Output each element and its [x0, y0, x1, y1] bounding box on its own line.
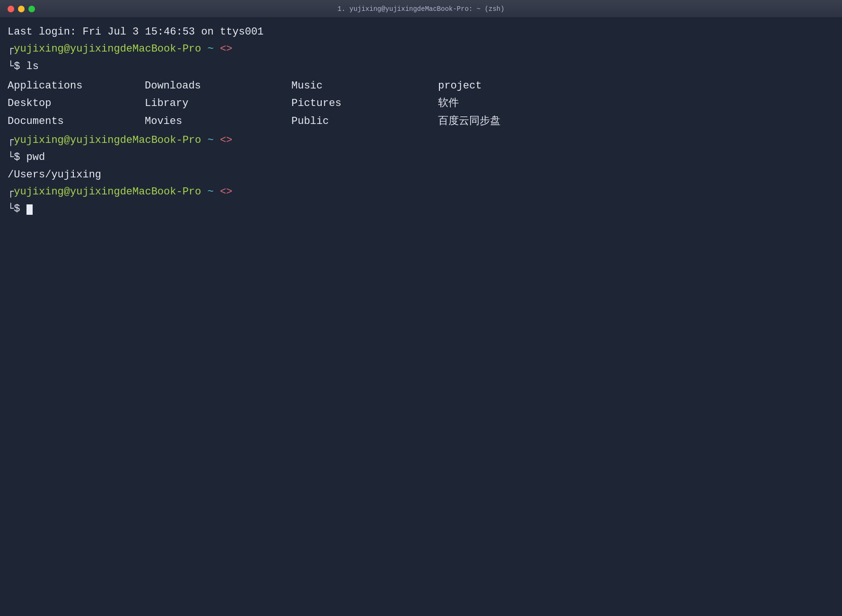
prompt-top-connector-3: ┌	[8, 186, 14, 198]
cursor	[26, 204, 33, 215]
prompt-space-1	[214, 43, 220, 55]
ls-col-2: Downloads Library Movies	[145, 77, 291, 130]
prompt-user-1: yujixing@yujixingdeMacBook-Pro	[14, 43, 201, 55]
ls-item-baidu: 百度云同步盘	[438, 113, 834, 130]
terminal-window: 1. yujixing@yujixingdeMacBook-Pro: ~ (zs…	[0, 0, 842, 616]
prompt-line-1: ┌yujixing@yujixingdeMacBook-Pro ~ <>	[8, 41, 834, 58]
ls-col-4: project 软件 百度云同步盘	[438, 77, 834, 130]
ls-col-3: Music Pictures Public	[291, 77, 438, 130]
cmd-ls-line: └$ ls	[8, 58, 834, 75]
terminal-content[interactable]: Last login: Fri Jul 3 15:46:53 on ttys00…	[0, 18, 842, 616]
prompt-user-2: yujixing@yujixingdeMacBook-Pro	[14, 134, 201, 146]
ls-item-music: Music	[291, 77, 438, 95]
prompt-sep-1	[201, 43, 207, 55]
close-button[interactable]	[8, 6, 14, 12]
prompt-bottom-connector-3: └$	[8, 203, 26, 215]
cmd-pwd: pwd	[26, 151, 45, 163]
window-title: 1. yujixing@yujixingdeMacBook-Pro: ~ (zs…	[338, 5, 505, 13]
minimize-button[interactable]	[18, 6, 25, 12]
prompt-tilde-2: ~	[207, 134, 213, 146]
last-login-line: Last login: Fri Jul 3 15:46:53 on ttys00…	[8, 24, 834, 41]
prompt-line-2: ┌yujixing@yujixingdeMacBook-Pro ~ <>	[8, 132, 834, 149]
prompt-top-connector: ┌	[8, 43, 14, 55]
prompt-tilde-3: ~	[207, 186, 213, 198]
ls-item-public: Public	[291, 113, 438, 130]
prompt-bottom-connector-1: └$	[8, 61, 26, 72]
ls-item-project: project	[438, 77, 834, 95]
ls-item-pictures: Pictures	[291, 95, 438, 112]
ls-item-movies: Movies	[145, 113, 291, 130]
title-bar: 1. yujixing@yujixingdeMacBook-Pro: ~ (zs…	[0, 0, 842, 18]
ls-item-software: 软件	[438, 95, 834, 112]
ls-item-downloads: Downloads	[145, 77, 291, 95]
prompt-user-3: yujixing@yujixingdeMacBook-Pro	[14, 186, 201, 198]
prompt-bottom-connector-2: └$	[8, 151, 26, 163]
cmd-ls: ls	[26, 61, 39, 72]
ls-output: Applications Desktop Documents Downloads…	[8, 77, 834, 130]
ls-col-1: Applications Desktop Documents	[8, 77, 145, 130]
prompt-git-3: <>	[220, 186, 232, 198]
current-prompt-line: └$	[8, 201, 834, 218]
pwd-output: /Users/yujixing	[8, 167, 834, 184]
ls-item-library: Library	[145, 95, 291, 112]
ls-item-applications: Applications	[8, 77, 145, 95]
prompt-git-1: <>	[220, 43, 232, 55]
cmd-pwd-line: └$ pwd	[8, 149, 834, 166]
window-controls	[8, 6, 35, 12]
prompt-line-3: ┌yujixing@yujixingdeMacBook-Pro ~ <>	[8, 184, 834, 201]
prompt-git-2: <>	[220, 134, 232, 146]
prompt-top-connector-2: ┌	[8, 134, 14, 146]
ls-item-desktop: Desktop	[8, 95, 145, 112]
maximize-button[interactable]	[28, 6, 35, 12]
ls-item-documents: Documents	[8, 113, 145, 130]
prompt-tilde-1: ~	[207, 43, 213, 55]
